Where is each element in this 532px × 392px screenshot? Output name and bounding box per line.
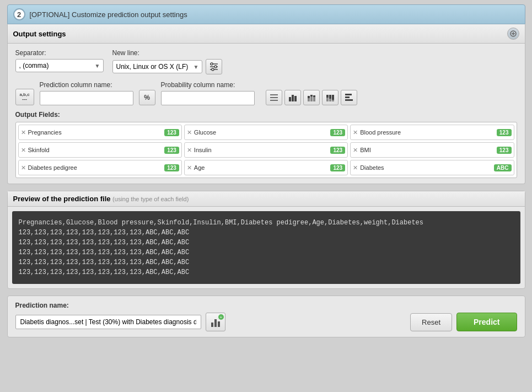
- predict-button[interactable]: Predict: [456, 313, 517, 331]
- normalized-bar-icon: [325, 93, 335, 103]
- horizontal-bar-btn[interactable]: [341, 90, 357, 105]
- field-type-badge: 123: [164, 164, 179, 171]
- svg-rect-15: [308, 98, 310, 101]
- field-type-badge: 123: [164, 129, 179, 136]
- abc-icon: a,b,c---: [15, 89, 34, 105]
- svg-point-8: [212, 68, 214, 71]
- field-type-badge: 123: [330, 164, 345, 171]
- svg-rect-12: [289, 97, 291, 101]
- preview-subtitle: (using the type of each field): [112, 196, 189, 202]
- svg-rect-17: [310, 96, 313, 101]
- separator-group: Separator: , (comma); (semicolon)TabSpac…: [15, 49, 104, 72]
- svg-rect-18: [310, 95, 313, 96]
- output-settings-body: Separator: , (comma); (semicolon)TabSpac…: [8, 44, 525, 184]
- step-number: 2: [13, 8, 25, 20]
- fields-grid: ✕ Pregnancies 123 ✕ Glucose 123 ✕ Blood …: [15, 122, 517, 178]
- probability-col-group: Probability column name:: [161, 81, 255, 105]
- svg-rect-27: [345, 94, 352, 95]
- new-line-label: New line:: [112, 49, 222, 57]
- field-remove-btn[interactable]: ✕: [21, 129, 26, 136]
- field-chip: ✕ Pregnancies 123: [18, 125, 182, 140]
- settings-icon-btn[interactable]: [206, 59, 222, 74]
- field-remove-btn[interactable]: ✕: [187, 164, 192, 171]
- svg-rect-22: [326, 95, 329, 98]
- bottom-row: + Reset Predict: [15, 313, 517, 331]
- new-line-select[interactable]: Unix, Linux or OS X (LF)Windows (CRLF)Ol…: [112, 60, 202, 73]
- new-line-group: New line: Unix, Linux or OS X (LF)Window…: [112, 49, 222, 74]
- horizontal-bar-icon: [344, 93, 354, 103]
- output-settings-panel: Output settings Separator: , (comma); (s…: [7, 24, 525, 184]
- stacked-bar-btn[interactable]: [303, 90, 320, 105]
- svg-rect-26: [332, 95, 334, 100]
- list-icon-btn[interactable]: [266, 90, 282, 105]
- chart-add-button[interactable]: +: [206, 313, 225, 331]
- field-name: Insulin: [194, 147, 331, 153]
- field-type-badge: 123: [497, 147, 512, 154]
- probability-col-input[interactable]: [161, 91, 255, 105]
- svg-rect-13: [292, 95, 294, 101]
- field-type-badge: 123: [497, 129, 512, 136]
- field-chip: ✕ BMI 123: [350, 142, 514, 158]
- field-name: Glucose: [194, 129, 331, 136]
- prediction-name-input[interactable]: [15, 315, 201, 329]
- bar-chart-centered-icon: [288, 93, 298, 103]
- field-remove-btn[interactable]: ✕: [353, 164, 358, 171]
- field-remove-btn[interactable]: ✕: [353, 147, 358, 154]
- field-name: Pregnancies: [28, 129, 165, 136]
- svg-rect-24: [329, 95, 331, 99]
- svg-rect-14: [294, 96, 297, 101]
- field-type-badge: 123: [164, 147, 179, 154]
- plus-badge: +: [218, 314, 224, 320]
- field-remove-btn[interactable]: ✕: [187, 147, 192, 154]
- separator-row: Separator: , (comma); (semicolon)TabSpac…: [15, 49, 517, 74]
- preview-body: Pregnancies,Glucose,Blood pressure,Skinf…: [8, 207, 525, 288]
- field-type-badge: 123: [330, 129, 345, 136]
- field-name: Age: [194, 164, 331, 171]
- prediction-col-input[interactable]: [40, 91, 133, 105]
- field-name: Diabetes pedigree: [28, 164, 165, 171]
- field-chip: ✕ Diabetes pedigree 123: [18, 160, 182, 175]
- field-name: Diabetes: [360, 164, 494, 171]
- chart-type-icons: [266, 90, 357, 105]
- step-title: [OPTIONAL] Customize prediction output s…: [30, 10, 187, 19]
- reset-button[interactable]: Reset: [410, 313, 452, 331]
- field-chip: ✕ Blood pressure 123: [350, 125, 514, 140]
- svg-rect-29: [345, 99, 353, 101]
- percent-icon: %: [139, 90, 155, 105]
- preview-title: Preview of the prediction file: [13, 195, 111, 203]
- svg-rect-20: [313, 95, 315, 97]
- stacked-bar-icon: [307, 93, 316, 103]
- prediction-name-label: Prediction name:: [15, 302, 517, 309]
- output-settings-title: Output settings: [13, 30, 66, 38]
- list-icon: [269, 93, 279, 103]
- column-names-row: a,b,c--- Prediction column name: % Proba…: [15, 81, 517, 105]
- settings-icon: [209, 62, 219, 72]
- field-name: Blood pressure: [360, 129, 497, 136]
- field-chip: ✕ Diabetes ABC: [350, 160, 514, 175]
- prediction-col-group: Prediction column name:: [40, 81, 133, 105]
- svg-rect-16: [308, 96, 310, 98]
- bar-chart-centered-btn[interactable]: [284, 90, 301, 105]
- output-settings-header: Output settings: [8, 24, 525, 44]
- preview-panel: Preview of the prediction file (using th…: [7, 191, 525, 289]
- field-type-badge: 123: [330, 147, 345, 154]
- new-line-select-wrapper: Unix, Linux or OS X (LF)Windows (CRLF)Ol…: [112, 60, 202, 73]
- field-remove-btn[interactable]: ✕: [187, 129, 192, 136]
- code-preview: Pregnancies,Glucose,Blood pressure,Skinf…: [12, 211, 520, 284]
- field-chip: ✕ Insulin 123: [184, 142, 348, 158]
- field-type-badge: ABC: [494, 164, 512, 171]
- svg-point-7: [214, 66, 217, 68]
- output-fields-label: Output Fields:: [15, 111, 517, 119]
- separator-select[interactable]: , (comma); (semicolon)TabSpace: [15, 59, 104, 72]
- separator-select-wrapper: , (comma); (semicolon)TabSpace ▼: [15, 59, 104, 72]
- field-chip: ✕ Age 123: [184, 160, 348, 175]
- normalized-bar-btn[interactable]: [322, 90, 338, 105]
- field-remove-btn[interactable]: ✕: [21, 164, 26, 171]
- prediction-col-label: Prediction column name:: [40, 81, 133, 89]
- svg-point-6: [211, 63, 213, 65]
- field-remove-btn[interactable]: ✕: [353, 129, 358, 136]
- field-remove-btn[interactable]: ✕: [21, 147, 26, 154]
- preview-header: Preview of the prediction file (using th…: [8, 191, 525, 207]
- collapse-button[interactable]: [507, 28, 519, 40]
- svg-rect-19: [313, 97, 315, 101]
